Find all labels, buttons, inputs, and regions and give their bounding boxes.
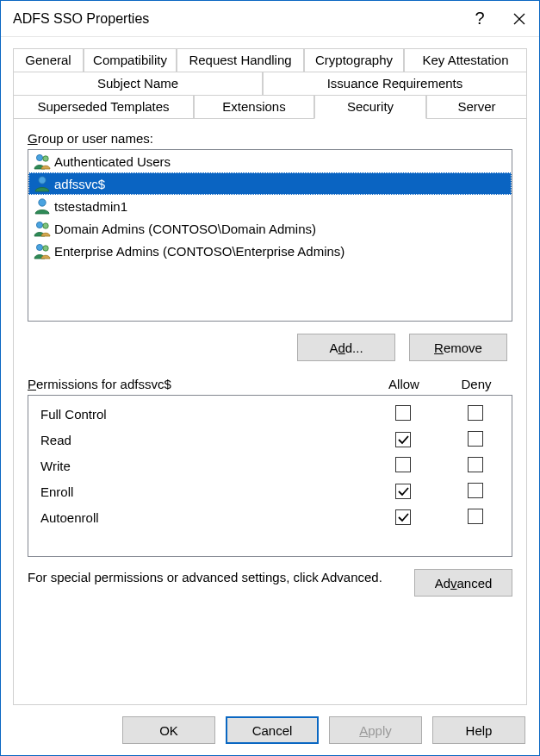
list-item-label: Enterprise Admins (CONTOSO\Enterprise Ad… [54, 244, 344, 259]
user-icon [32, 197, 53, 216]
tabrow-1: General Compatibility Request Handling C… [13, 47, 527, 71]
principals-listbox[interactable]: Authenticated Usersadfssvc$tstestadmin1D… [28, 149, 512, 322]
deny-checkbox[interactable] [468, 431, 483, 447]
apply-button[interactable]: Apply [329, 716, 422, 744]
list-item-label: adfssvc$ [54, 177, 105, 191]
tab-key-attestation[interactable]: Key Attestation [404, 48, 527, 72]
list-item-label: tstestadmin1 [54, 199, 127, 214]
permissions-listbox: Full ControlReadWriteEnrollAutoenroll [28, 395, 512, 557]
titlebar: ADFS SSO Properties ? [1, 1, 539, 37]
permission-row: Autoenroll [28, 504, 512, 530]
tabrow-3: Superseded Templates Extensions Security… [13, 94, 527, 118]
list-item-label: Authenticated Users [54, 154, 171, 169]
cancel-button[interactable]: Cancel [226, 716, 319, 744]
tab-general[interactable]: General [13, 48, 84, 72]
deny-checkbox[interactable] [468, 457, 483, 472]
permission-row: Full Control [28, 401, 512, 427]
group-names-label: Group or user names: [28, 131, 512, 146]
deny-checkbox[interactable] [468, 509, 483, 524]
list-item-label: Domain Admins (CONTOSO\Domain Admins) [54, 222, 316, 236]
principal-buttons: Add... Remove [28, 334, 512, 361]
permission-row: Write [28, 453, 512, 478]
permission-label: Enroll [40, 484, 367, 499]
group-icon [32, 152, 53, 171]
tab-superseded-templates[interactable]: Superseded Templates [13, 95, 194, 119]
tab-extensions[interactable]: Extensions [194, 95, 314, 119]
list-item[interactable]: Authenticated Users [28, 150, 512, 172]
close-icon[interactable] [500, 1, 539, 37]
tab-server[interactable]: Server [426, 95, 527, 119]
help-button[interactable]: Help [432, 716, 525, 744]
advanced-text: For special permissions or advanced sett… [28, 569, 404, 586]
client-area: General Compatibility Request Handling C… [1, 37, 539, 705]
allow-checkbox[interactable] [395, 432, 411, 447]
list-item[interactable]: Enterprise Admins (CONTOSO\Enterprise Ad… [28, 240, 512, 262]
group-icon [32, 219, 53, 238]
window-title: ADFS SSO Properties [13, 11, 460, 27]
deny-checkbox[interactable] [468, 405, 483, 421]
advanced-row: For special permissions or advanced sett… [28, 569, 512, 597]
dialog-window: ADFS SSO Properties ? General Compatibil… [0, 0, 540, 756]
tab-issuance-requirements[interactable]: Issuance Requirements [263, 72, 527, 95]
allow-checkbox[interactable] [395, 484, 411, 499]
list-item[interactable]: Domain Admins (CONTOSO\Domain Admins) [28, 217, 512, 240]
permission-label: Write [40, 459, 367, 473]
allow-checkbox[interactable] [395, 509, 411, 525]
permission-label: Read [40, 433, 367, 447]
permission-label: Autoenroll [40, 510, 367, 525]
list-item[interactable]: adfssvc$ [28, 172, 512, 195]
permission-row: Read [28, 427, 512, 453]
group-icon [32, 241, 53, 260]
dialog-footer: OK Cancel Apply Help [1, 705, 539, 755]
tab-compatibility[interactable]: Compatibility [84, 48, 177, 72]
allow-checkbox[interactable] [395, 457, 411, 472]
tabrow-2: Subject Name Issuance Requirements [13, 71, 527, 94]
advanced-button[interactable]: Advanced [414, 569, 512, 597]
permission-label: Full Control [40, 407, 367, 422]
deny-checkbox[interactable] [468, 483, 483, 498]
allow-checkbox[interactable] [395, 405, 411, 421]
tab-request-handling[interactable]: Request Handling [177, 48, 304, 72]
permission-row: Enroll [28, 478, 512, 504]
deny-column-header: Deny [440, 377, 512, 391]
list-item[interactable]: tstestadmin1 [28, 195, 512, 217]
allow-column-header: Allow [368, 377, 440, 391]
help-icon[interactable]: ? [460, 1, 500, 37]
add-button[interactable]: Add... [297, 334, 395, 361]
tab-subject-name[interactable]: Subject Name [13, 72, 263, 95]
permissions-header: Permissions for adfssvc$ Allow Deny [28, 377, 512, 391]
remove-button[interactable]: Remove [409, 334, 507, 361]
tab-cryptography[interactable]: Cryptography [304, 48, 404, 72]
user-icon [32, 174, 53, 193]
ok-button[interactable]: OK [122, 716, 215, 744]
tabpage-security: Group or user names: Authenticated Users… [13, 118, 527, 705]
tab-security[interactable]: Security [314, 95, 426, 119]
permissions-for-label: Permissions for adfssvc$ [28, 377, 368, 391]
